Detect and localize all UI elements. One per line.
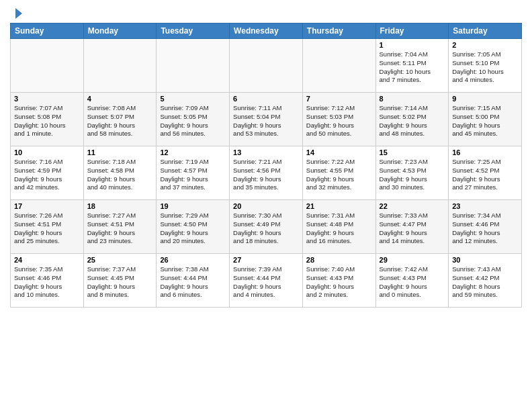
day-info: Sunrise: 7:07 AM Sunset: 5:08 PM Dayligh… bbox=[14, 104, 80, 138]
day-info: Sunrise: 7:30 AM Sunset: 4:49 PM Dayligh… bbox=[233, 212, 299, 246]
logo-triangle-icon bbox=[10, 7, 24, 20]
calendar-cell: 5Sunrise: 7:09 AM Sunset: 5:05 PM Daylig… bbox=[157, 93, 230, 146]
day-info: Sunrise: 7:18 AM Sunset: 4:58 PM Dayligh… bbox=[87, 158, 153, 192]
calendar-cell: 10Sunrise: 7:16 AM Sunset: 4:59 PM Dayli… bbox=[11, 146, 84, 200]
day-number: 11 bbox=[87, 148, 153, 156]
day-number: 6 bbox=[233, 95, 299, 103]
calendar-cell: 14Sunrise: 7:22 AM Sunset: 4:55 PM Dayli… bbox=[302, 146, 375, 200]
day-info: Sunrise: 7:04 AM Sunset: 5:11 PM Dayligh… bbox=[380, 50, 445, 85]
calendar-header-tuesday: Tuesday bbox=[157, 24, 230, 39]
calendar-week-row: 17Sunrise: 7:26 AM Sunset: 4:51 PM Dayli… bbox=[11, 200, 522, 254]
header bbox=[10, 7, 522, 17]
day-info: Sunrise: 7:38 AM Sunset: 4:44 PM Dayligh… bbox=[160, 265, 226, 300]
calendar-cell: 25Sunrise: 7:37 AM Sunset: 4:45 PM Dayli… bbox=[83, 254, 157, 308]
calendar-cell bbox=[230, 39, 303, 93]
day-info: Sunrise: 7:39 AM Sunset: 4:44 PM Dayligh… bbox=[233, 265, 299, 300]
calendar-cell: 16Sunrise: 7:25 AM Sunset: 4:52 PM Dayli… bbox=[449, 146, 522, 200]
calendar-cell: 1Sunrise: 7:04 AM Sunset: 5:11 PM Daylig… bbox=[375, 39, 449, 93]
day-info: Sunrise: 7:40 AM Sunset: 4:43 PM Dayligh… bbox=[306, 265, 372, 300]
calendar-header-friday: Friday bbox=[375, 24, 449, 39]
day-info: Sunrise: 7:34 AM Sunset: 4:46 PM Dayligh… bbox=[452, 212, 518, 246]
calendar-week-row: 10Sunrise: 7:16 AM Sunset: 4:59 PM Dayli… bbox=[11, 146, 522, 200]
day-number: 14 bbox=[306, 148, 372, 156]
day-number: 15 bbox=[380, 148, 445, 156]
day-info: Sunrise: 7:22 AM Sunset: 4:55 PM Dayligh… bbox=[306, 158, 372, 192]
calendar-cell: 24Sunrise: 7:35 AM Sunset: 4:46 PM Dayli… bbox=[11, 254, 84, 308]
day-number: 4 bbox=[87, 95, 153, 103]
calendar-cell: 19Sunrise: 7:29 AM Sunset: 4:50 PM Dayli… bbox=[157, 200, 230, 254]
day-number: 19 bbox=[160, 202, 226, 210]
calendar-cell bbox=[83, 39, 157, 93]
day-info: Sunrise: 7:43 AM Sunset: 4:42 PM Dayligh… bbox=[452, 265, 518, 300]
day-number: 29 bbox=[380, 256, 445, 264]
day-number: 30 bbox=[452, 256, 518, 264]
calendar-table: SundayMondayTuesdayWednesdayThursdayFrid… bbox=[10, 23, 522, 308]
day-number: 26 bbox=[160, 256, 226, 264]
day-number: 27 bbox=[233, 256, 299, 264]
day-number: 16 bbox=[452, 148, 518, 156]
calendar-header-thursday: Thursday bbox=[302, 24, 375, 39]
calendar-cell: 18Sunrise: 7:27 AM Sunset: 4:51 PM Dayli… bbox=[83, 200, 157, 254]
day-info: Sunrise: 7:14 AM Sunset: 5:02 PM Dayligh… bbox=[380, 104, 445, 138]
svg-marker-0 bbox=[15, 8, 22, 19]
day-number: 24 bbox=[14, 256, 80, 264]
calendar-cell: 11Sunrise: 7:18 AM Sunset: 4:58 PM Dayli… bbox=[83, 146, 157, 200]
day-number: 18 bbox=[87, 202, 153, 210]
day-info: Sunrise: 7:35 AM Sunset: 4:46 PM Dayligh… bbox=[14, 265, 80, 300]
calendar-cell: 30Sunrise: 7:43 AM Sunset: 4:42 PM Dayli… bbox=[449, 254, 522, 308]
day-number: 2 bbox=[452, 41, 518, 49]
calendar-cell bbox=[157, 39, 230, 93]
day-number: 9 bbox=[452, 95, 518, 103]
calendar-cell: 27Sunrise: 7:39 AM Sunset: 4:44 PM Dayli… bbox=[230, 254, 303, 308]
day-number: 8 bbox=[380, 95, 445, 103]
calendar-header-sunday: Sunday bbox=[11, 24, 84, 39]
day-number: 22 bbox=[380, 202, 445, 210]
day-number: 13 bbox=[233, 148, 299, 156]
day-info: Sunrise: 7:05 AM Sunset: 5:10 PM Dayligh… bbox=[452, 50, 518, 85]
calendar-cell: 6Sunrise: 7:11 AM Sunset: 5:04 PM Daylig… bbox=[230, 93, 303, 146]
calendar-cell: 22Sunrise: 7:33 AM Sunset: 4:47 PM Dayli… bbox=[375, 200, 449, 254]
day-number: 12 bbox=[160, 148, 226, 156]
day-number: 1 bbox=[380, 41, 445, 49]
day-info: Sunrise: 7:21 AM Sunset: 4:56 PM Dayligh… bbox=[233, 158, 299, 192]
day-info: Sunrise: 7:26 AM Sunset: 4:51 PM Dayligh… bbox=[14, 212, 80, 246]
logo bbox=[10, 7, 24, 17]
calendar-cell: 7Sunrise: 7:12 AM Sunset: 5:03 PM Daylig… bbox=[302, 93, 375, 146]
calendar-cell: 26Sunrise: 7:38 AM Sunset: 4:44 PM Dayli… bbox=[157, 254, 230, 308]
day-info: Sunrise: 7:33 AM Sunset: 4:47 PM Dayligh… bbox=[380, 212, 445, 246]
day-info: Sunrise: 7:29 AM Sunset: 4:50 PM Dayligh… bbox=[160, 212, 226, 246]
day-info: Sunrise: 7:08 AM Sunset: 5:07 PM Dayligh… bbox=[87, 104, 153, 138]
day-number: 21 bbox=[306, 202, 372, 210]
day-info: Sunrise: 7:19 AM Sunset: 4:57 PM Dayligh… bbox=[160, 158, 226, 192]
calendar-cell: 4Sunrise: 7:08 AM Sunset: 5:07 PM Daylig… bbox=[83, 93, 157, 146]
calendar-cell: 2Sunrise: 7:05 AM Sunset: 5:10 PM Daylig… bbox=[449, 39, 522, 93]
calendar-cell: 17Sunrise: 7:26 AM Sunset: 4:51 PM Dayli… bbox=[11, 200, 84, 254]
calendar-cell: 9Sunrise: 7:15 AM Sunset: 5:00 PM Daylig… bbox=[449, 93, 522, 146]
day-number: 25 bbox=[87, 256, 153, 264]
day-info: Sunrise: 7:15 AM Sunset: 5:00 PM Dayligh… bbox=[452, 104, 518, 138]
day-number: 28 bbox=[306, 256, 372, 264]
page: SundayMondayTuesdayWednesdayThursdayFrid… bbox=[0, 0, 532, 411]
day-info: Sunrise: 7:12 AM Sunset: 5:03 PM Dayligh… bbox=[306, 104, 372, 138]
calendar-cell: 3Sunrise: 7:07 AM Sunset: 5:08 PM Daylig… bbox=[11, 93, 84, 146]
calendar-cell: 15Sunrise: 7:23 AM Sunset: 4:53 PM Dayli… bbox=[375, 146, 449, 200]
day-info: Sunrise: 7:42 AM Sunset: 4:43 PM Dayligh… bbox=[380, 265, 445, 300]
day-info: Sunrise: 7:27 AM Sunset: 4:51 PM Dayligh… bbox=[87, 212, 153, 246]
calendar-cell: 28Sunrise: 7:40 AM Sunset: 4:43 PM Dayli… bbox=[302, 254, 375, 308]
calendar-week-row: 24Sunrise: 7:35 AM Sunset: 4:46 PM Dayli… bbox=[11, 254, 522, 308]
calendar-header-wednesday: Wednesday bbox=[230, 24, 303, 39]
calendar-week-row: 3Sunrise: 7:07 AM Sunset: 5:08 PM Daylig… bbox=[11, 93, 522, 146]
day-info: Sunrise: 7:16 AM Sunset: 4:59 PM Dayligh… bbox=[14, 158, 80, 192]
day-info: Sunrise: 7:31 AM Sunset: 4:48 PM Dayligh… bbox=[306, 212, 372, 246]
day-info: Sunrise: 7:37 AM Sunset: 4:45 PM Dayligh… bbox=[87, 265, 153, 300]
calendar-cell: 8Sunrise: 7:14 AM Sunset: 5:02 PM Daylig… bbox=[375, 93, 449, 146]
calendar-week-row: 1Sunrise: 7:04 AM Sunset: 5:11 PM Daylig… bbox=[11, 39, 522, 93]
day-info: Sunrise: 7:09 AM Sunset: 5:05 PM Dayligh… bbox=[160, 104, 226, 138]
day-info: Sunrise: 7:23 AM Sunset: 4:53 PM Dayligh… bbox=[380, 158, 445, 192]
calendar-cell: 12Sunrise: 7:19 AM Sunset: 4:57 PM Dayli… bbox=[157, 146, 230, 200]
day-number: 5 bbox=[160, 95, 226, 103]
day-number: 17 bbox=[14, 202, 80, 210]
calendar-cell: 13Sunrise: 7:21 AM Sunset: 4:56 PM Dayli… bbox=[230, 146, 303, 200]
calendar-cell bbox=[302, 39, 375, 93]
day-number: 3 bbox=[14, 95, 80, 103]
